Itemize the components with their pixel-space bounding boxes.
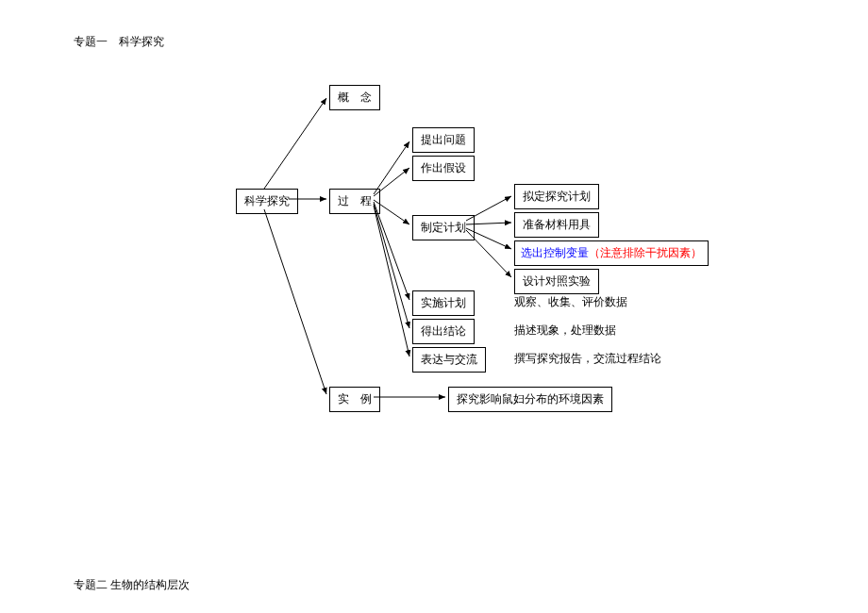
node-draft-plan: 拟定探究计划: [514, 184, 599, 209]
node-make-hypothesis: 作出假设: [412, 156, 475, 181]
node-draw-conclusion: 得出结论: [412, 319, 475, 344]
node-prepare-materials: 准备材料用具: [514, 212, 599, 238]
note-implement: 观察、收集、评价数据: [514, 294, 627, 310]
node-design-control: 设计对照实验: [514, 269, 599, 294]
heading-topic-1: 专题一 科学探究: [74, 34, 164, 50]
node-example: 实 例: [329, 387, 380, 412]
node-example-content: 探究影响鼠妇分布的环境因素: [448, 387, 612, 412]
svg-line-8: [374, 206, 409, 356]
text-select-control-note: （注意排除干扰因素）: [589, 246, 702, 259]
node-implement-plan: 实施计划: [412, 290, 475, 316]
node-concept: 概 念: [329, 85, 380, 110]
svg-line-2: [264, 209, 326, 394]
note-conclusion: 描述现象，处理数据: [514, 323, 616, 339]
node-express-communicate: 表达与交流: [412, 347, 486, 373]
svg-line-6: [374, 202, 409, 300]
node-raise-question: 提出问题: [412, 127, 475, 153]
text-select-control: 选出控制变量: [521, 246, 589, 259]
svg-line-0: [264, 98, 326, 189]
node-make-plan: 制定计划: [412, 215, 475, 240]
node-root: 科学探究: [236, 189, 298, 214]
node-select-control: 选出控制变量（注意排除干扰因素）: [514, 240, 709, 266]
node-process: 过 程: [329, 189, 380, 214]
svg-line-3: [374, 141, 409, 194]
svg-line-7: [374, 204, 409, 328]
heading-topic-2: 专题二 生物的结构层次: [74, 577, 190, 593]
note-express: 撰写探究报告，交流过程结论: [514, 351, 661, 367]
